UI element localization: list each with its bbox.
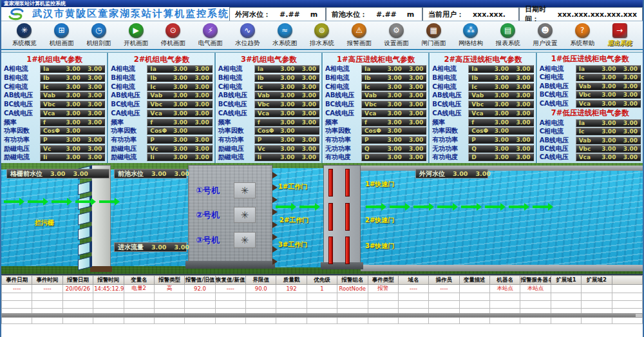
- param-tag: Ib: [150, 75, 171, 81]
- param-value-2: 3.00: [190, 110, 209, 117]
- gate-bar[interactable]: [328, 236, 333, 264]
- toolbar-button-label: 系统帮助: [570, 39, 594, 48]
- quick-gate-2-label[interactable]: 2#快速门: [365, 216, 394, 225]
- param-row: C相电流Ic3.003.00: [111, 83, 212, 91]
- toolbar-button-exit-system[interactable]: →退出系统: [603, 23, 636, 48]
- alarm-cell: 本站点: [490, 285, 520, 293]
- param-label: 频率: [325, 118, 361, 127]
- param-value-2: 3.00: [190, 137, 209, 143]
- value-display: f3.003.00: [361, 119, 426, 126]
- param-row: A相电流Ia3.003.00: [218, 65, 319, 73]
- param-label: C相电流: [432, 82, 468, 91]
- toolbar-button-level-trend[interactable]: ∿水位趋势: [231, 23, 264, 48]
- gate-bar[interactable]: [345, 236, 350, 264]
- panel-title: 3#机组电气参数: [218, 55, 319, 64]
- toolbar-button-alarm-screen[interactable]: ⚠报警画面: [343, 23, 376, 48]
- param-label: B相电流: [111, 73, 147, 82]
- toolbar-button-water-system[interactable]: ≈水系统图: [268, 23, 301, 48]
- gate-bar[interactable]: [328, 169, 333, 197]
- param-tag: Ia: [150, 66, 171, 72]
- empty-cell: [368, 301, 398, 309]
- value-display: Vab3.003.00: [468, 91, 533, 99]
- param-value-2: 3.00: [404, 137, 423, 143]
- param-value-2: 3.00: [511, 154, 531, 160]
- param-value-2: 3.00: [297, 84, 316, 90]
- param-value-2: 3.00: [297, 154, 316, 160]
- param-tag: Vbc: [258, 101, 278, 108]
- gate-bar[interactable]: [345, 203, 350, 231]
- panel-1: 1#机组电气参数A相电流Ia3.003.00B相电流Ib3.003.00C相电流…: [1, 53, 108, 163]
- toolbar-button-electrical-screen[interactable]: ⚡电气画面: [194, 23, 227, 48]
- pump-unit-1[interactable]: ①号机 ✳: [196, 182, 256, 198]
- param-row: 有功功率P3.003.00: [111, 136, 212, 144]
- toolbar-button-system-help[interactable]: ?系统帮助: [565, 23, 599, 48]
- param-label: 有功电度: [432, 153, 468, 162]
- empty-row: [2, 301, 643, 309]
- work-gate-2-label[interactable]: 2#工作门: [279, 216, 308, 225]
- toolbar-button-unit-screen[interactable]: ⊞机组画面: [45, 23, 79, 48]
- river-wall-top: [361, 166, 643, 171]
- horizontal-scrollbar[interactable]: [1, 313, 643, 318]
- param-value-2: 3.00: [404, 66, 423, 72]
- toolbar-button-user-settings[interactable]: ☻用户设置: [528, 23, 562, 48]
- param-row: 频率f3.003.00: [4, 119, 105, 126]
- param-value-1: 3.00: [385, 66, 404, 72]
- app-logo-icon: [5, 8, 27, 21]
- work-gate-1-label[interactable]: 1#工作门: [278, 182, 307, 191]
- param-value-2: 3.00: [618, 128, 638, 135]
- pump-1-label: ①号机: [196, 185, 220, 197]
- alarm-cell: 本站点: [520, 285, 551, 293]
- param-value-1: 3.00: [64, 92, 82, 99]
- param-label: B相电流: [4, 73, 40, 82]
- param-tag: Vbc: [365, 101, 385, 108]
- value-display: CosΦ3.00: [40, 127, 105, 135]
- empty-cell: [276, 293, 307, 301]
- quick-gate-3-label[interactable]: 3#快速门: [365, 242, 394, 251]
- param-value-1: 3.00: [64, 101, 82, 108]
- param-row: 有功功率P3.003.00: [4, 136, 105, 144]
- scrollbar-thumb[interactable]: [2, 314, 636, 317]
- empty-cell: [62, 301, 93, 309]
- pump-unit-3[interactable]: ③号机 ✳: [196, 232, 256, 248]
- param-tag: Vbc: [579, 91, 600, 98]
- param-tag: Vbc: [471, 101, 492, 108]
- flow-arrow: [413, 206, 429, 208]
- param-row: AB线电压Vab3.003.00: [218, 91, 319, 99]
- toolbar-button-settings-screen[interactable]: ⚙设置画面: [379, 23, 413, 48]
- empty-cell: [429, 301, 459, 309]
- work-gate-3-label[interactable]: 3#工作门: [278, 240, 307, 249]
- pump-2-label: ②号机: [196, 209, 220, 221]
- value-display: Vab3.003.00: [147, 91, 212, 99]
- param-row: 有功电度D3.003.00: [432, 153, 533, 161]
- param-tag: Ic: [579, 128, 600, 135]
- toolbar-button-start-screen[interactable]: ▶开机画面: [119, 23, 153, 48]
- param-row: 励磁电流Ii3.003.00: [111, 153, 212, 161]
- toolbar-button-stop-screen[interactable]: ⊙停机画面: [156, 23, 190, 48]
- param-label: 有功电度: [325, 153, 361, 162]
- col-header: [612, 276, 643, 285]
- toolbar-button-network-structure[interactable]: ⁂网络结构: [454, 23, 488, 48]
- param-value-2: 3.00: [82, 154, 102, 160]
- pump-unit-2[interactable]: ②号机 ✳: [196, 207, 256, 223]
- alarm-cell: ----: [2, 285, 32, 293]
- quick-gate-1-label[interactable]: 1#快速门: [365, 180, 394, 189]
- param-value-2: 3.00: [618, 120, 638, 126]
- toolbar-button-gate-screen[interactable]: ▦闸门画面: [417, 23, 450, 48]
- param-value-2: 3.00: [618, 137, 638, 144]
- param-row: 有功功率P3.003.00: [432, 136, 533, 144]
- toolbar-button-system-overview[interactable]: ✳系统概览: [8, 23, 41, 48]
- toolbar-button-report-system[interactable]: ▤报表系统: [491, 23, 525, 48]
- toolbar-button-drainage-system[interactable]: ⊚排水系统: [305, 23, 339, 48]
- value-display: P3.003.00: [254, 136, 319, 144]
- param-label: BC线电压: [218, 100, 254, 109]
- toolbar-button-unit-section[interactable]: ◷机组剖面: [82, 23, 115, 48]
- panel-title: 1#机组电气参数: [4, 55, 105, 64]
- hinge-marker: [272, 209, 278, 215]
- gate-bar[interactable]: [345, 169, 350, 197]
- alarm-row[interactable]: --------20/06/2614:45:12.931电量2高92.0----…: [2, 285, 643, 293]
- param-label: 无功功率: [432, 144, 468, 153]
- value-display: CosΦ3.00: [254, 127, 319, 135]
- alarm-cell: ----: [32, 285, 62, 293]
- param-label: 无功功率: [325, 144, 361, 153]
- gate-bar[interactable]: [328, 203, 333, 231]
